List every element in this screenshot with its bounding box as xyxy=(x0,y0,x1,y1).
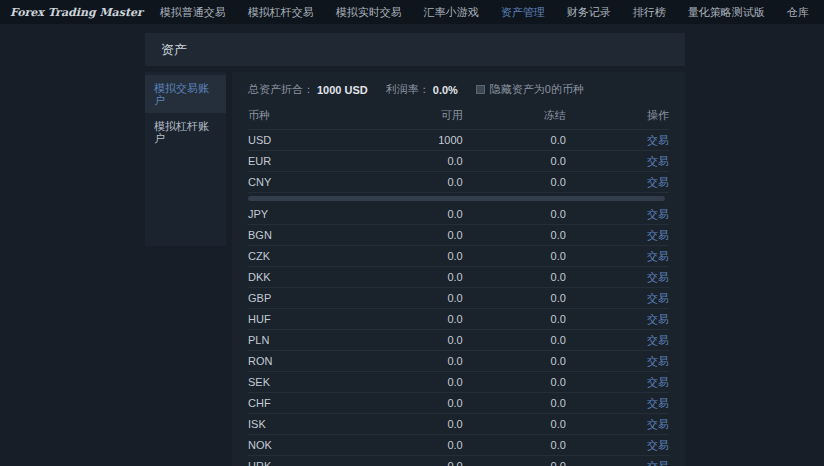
currency-code: CZK xyxy=(248,246,353,267)
table-header-row: 币种可用冻结操作 xyxy=(248,103,669,130)
action-cell: 交易 xyxy=(566,330,669,351)
asset-row-sek: SEK0.00.0交易 xyxy=(248,372,669,393)
nav-item-4[interactable]: 资产管理 xyxy=(490,0,556,24)
trade-link[interactable]: 交易 xyxy=(647,439,669,451)
available-amount: 0.0 xyxy=(353,225,462,246)
nav-item-1[interactable]: 模拟杠杆交易 xyxy=(237,0,325,24)
assets-table-top: 币种可用冻结操作 USD10000.0交易EUR0.00.0交易CNY0.00.… xyxy=(248,103,669,193)
frozen-amount: 0.0 xyxy=(463,204,566,225)
available-amount: 0.0 xyxy=(353,330,462,351)
summary-bar: 总资产折合： 1000 USD 利润率： 0.0% 隐藏资产为0的币种 xyxy=(248,72,669,103)
nav-item-0[interactable]: 模拟普通交易 xyxy=(149,0,237,24)
app-brand[interactable]: Forex Trading Master xyxy=(10,6,143,19)
nav-item-9[interactable]: 设置 xyxy=(820,0,824,24)
available-amount: 0.0 xyxy=(353,288,462,309)
currency-code: HRK xyxy=(248,456,353,466)
available-amount: 0.0 xyxy=(353,204,462,225)
currency-code: CNY xyxy=(248,172,353,193)
available-amount: 0.0 xyxy=(353,172,462,193)
action-cell: 交易 xyxy=(566,435,669,456)
trade-link[interactable]: 交易 xyxy=(647,134,669,146)
currency-code: EUR xyxy=(248,151,353,172)
action-cell: 交易 xyxy=(566,456,669,466)
currency-code: SEK xyxy=(248,372,353,393)
currency-code: HUF xyxy=(248,309,353,330)
asset-row-eur: EUR0.00.0交易 xyxy=(248,151,669,172)
available-amount: 1000 xyxy=(353,130,462,151)
nav-item-7[interactable]: 量化策略测试版 xyxy=(677,0,776,24)
action-cell: 交易 xyxy=(566,267,669,288)
asset-row-isk: ISK0.00.0交易 xyxy=(248,414,669,435)
action-cell: 交易 xyxy=(566,309,669,330)
frozen-amount: 0.0 xyxy=(463,267,566,288)
profit-rate-label: 利润率： xyxy=(386,82,430,97)
nav-menu: 模拟普通交易模拟杠杆交易模拟实时交易汇率小游戏资产管理财务记录排行榜量化策略测试… xyxy=(149,0,824,24)
page-header: 资产 xyxy=(145,33,685,66)
asset-row-hrk: HRK0.00.0交易 xyxy=(248,456,669,466)
nav-item-5[interactable]: 财务记录 xyxy=(556,0,622,24)
nav-item-6[interactable]: 排行榜 xyxy=(622,0,677,24)
frozen-amount: 0.0 xyxy=(463,172,566,193)
frozen-amount: 0.0 xyxy=(463,288,566,309)
trade-link[interactable]: 交易 xyxy=(647,376,669,388)
available-amount: 0.0 xyxy=(353,267,462,288)
action-cell: 交易 xyxy=(566,172,669,193)
nav-item-8[interactable]: 仓库 xyxy=(776,0,820,24)
available-amount: 0.0 xyxy=(353,151,462,172)
available-amount: 0.0 xyxy=(353,435,462,456)
asset-row-ron: RON0.00.0交易 xyxy=(248,351,669,372)
assets-panel: 总资产折合： 1000 USD 利润率： 0.0% 隐藏资产为0的币种 币种可用… xyxy=(232,72,685,466)
trade-link[interactable]: 交易 xyxy=(647,176,669,188)
column-header-1: 可用 xyxy=(353,103,462,130)
currency-code: PLN xyxy=(248,330,353,351)
asset-row-czk: CZK0.00.0交易 xyxy=(248,246,669,267)
trade-link[interactable]: 交易 xyxy=(647,229,669,241)
nav-item-3[interactable]: 汇率小游戏 xyxy=(413,0,490,24)
nav-item-2[interactable]: 模拟实时交易 xyxy=(325,0,413,24)
frozen-amount: 0.0 xyxy=(463,393,566,414)
frozen-amount: 0.0 xyxy=(463,351,566,372)
currency-code: RON xyxy=(248,351,353,372)
available-amount: 0.0 xyxy=(353,456,462,466)
horizontal-scrollbar[interactable] xyxy=(248,196,669,201)
available-amount: 0.0 xyxy=(353,372,462,393)
frozen-amount: 0.0 xyxy=(463,225,566,246)
action-cell: 交易 xyxy=(566,351,669,372)
hide-zero-checkbox[interactable] xyxy=(476,85,485,94)
trade-link[interactable]: 交易 xyxy=(647,208,669,220)
available-amount: 0.0 xyxy=(353,393,462,414)
trade-link[interactable]: 交易 xyxy=(647,334,669,346)
trade-link[interactable]: 交易 xyxy=(647,460,669,466)
column-header-0: 币种 xyxy=(248,103,353,130)
hide-zero-toggle[interactable]: 隐藏资产为0的币种 xyxy=(476,82,584,97)
available-amount: 0.0 xyxy=(353,309,462,330)
trade-link[interactable]: 交易 xyxy=(647,155,669,167)
currency-code: USD xyxy=(248,130,353,151)
asset-row-usd: USD10000.0交易 xyxy=(248,130,669,151)
currency-code: BGN xyxy=(248,225,353,246)
action-cell: 交易 xyxy=(566,151,669,172)
top-navbar: Forex Trading Master 模拟普通交易模拟杠杆交易模拟实时交易汇… xyxy=(0,0,824,24)
trade-link[interactable]: 交易 xyxy=(647,250,669,262)
sidebar-item-0[interactable]: 模拟交易账户 xyxy=(145,75,226,113)
frozen-amount: 0.0 xyxy=(463,414,566,435)
trade-link[interactable]: 交易 xyxy=(647,418,669,430)
trade-link[interactable]: 交易 xyxy=(647,355,669,367)
frozen-amount: 0.0 xyxy=(463,130,566,151)
asset-row-chf: CHF0.00.0交易 xyxy=(248,393,669,414)
profit-rate-value: 0.0% xyxy=(433,84,458,96)
trade-link[interactable]: 交易 xyxy=(647,292,669,304)
frozen-amount: 0.0 xyxy=(463,309,566,330)
currency-code: CHF xyxy=(248,393,353,414)
trade-link[interactable]: 交易 xyxy=(647,313,669,325)
asset-row-bgn: BGN0.00.0交易 xyxy=(248,225,669,246)
currency-code: ISK xyxy=(248,414,353,435)
sidebar-item-1[interactable]: 模拟杠杆账户 xyxy=(145,113,226,151)
trade-link[interactable]: 交易 xyxy=(647,397,669,409)
assets-table-bottom: JPY0.00.0交易BGN0.00.0交易CZK0.00.0交易DKK0.00… xyxy=(248,204,669,466)
trade-link[interactable]: 交易 xyxy=(647,271,669,283)
available-amount: 0.0 xyxy=(353,246,462,267)
frozen-amount: 0.0 xyxy=(463,246,566,267)
action-cell: 交易 xyxy=(566,288,669,309)
scrollbar-thumb[interactable] xyxy=(248,196,665,201)
